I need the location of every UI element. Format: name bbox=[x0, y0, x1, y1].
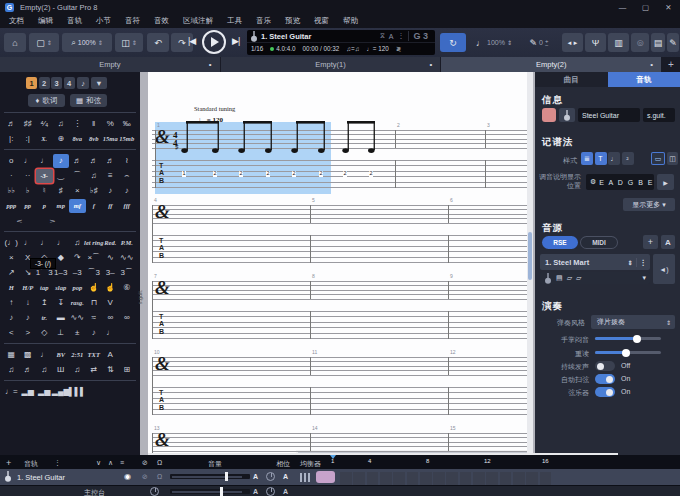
virtual-drums-button[interactable]: ⊚ bbox=[631, 33, 649, 52]
master-volume-slider[interactable] bbox=[170, 489, 250, 494]
let-ring-toggle[interactable] bbox=[595, 361, 615, 371]
palette-cell[interactable]: P.M. bbox=[119, 236, 136, 250]
palette-cell[interactable]: mp bbox=[53, 199, 70, 213]
palette-cell[interactable]: :| bbox=[20, 132, 37, 146]
palette-cell[interactable]: f bbox=[86, 199, 103, 213]
ruler-number[interactable]: 16 bbox=[542, 458, 549, 464]
palette-cell[interactable]: ⇄ bbox=[86, 363, 103, 377]
palette-cell[interactable]: A bbox=[102, 348, 119, 362]
barline[interactable] bbox=[310, 387, 311, 415]
palette-cell[interactable]: V bbox=[102, 296, 119, 310]
barline[interactable] bbox=[448, 205, 449, 223]
barline[interactable] bbox=[310, 205, 311, 223]
timeline-bar-block[interactable] bbox=[460, 472, 472, 485]
palette-cell[interactable]: ⊞ bbox=[119, 363, 136, 377]
tuning-dropdown[interactable]: ⚙E A D G B E bbox=[586, 174, 654, 190]
palette-cell[interactable]: H bbox=[3, 281, 20, 295]
home-button[interactable]: ⌂ bbox=[4, 33, 26, 52]
hourglass-icon[interactable]: ⧖ bbox=[380, 32, 385, 40]
palette-cell[interactable]: ∿ bbox=[102, 251, 119, 265]
barline[interactable] bbox=[395, 130, 396, 148]
timeline-bar-block[interactable] bbox=[420, 472, 432, 485]
palette-cell[interactable]: ⋮ bbox=[69, 117, 86, 131]
palette-cell[interactable]: ⑥ bbox=[119, 281, 136, 295]
screen-mode-dropdown[interactable]: ▢⇕ bbox=[29, 33, 59, 52]
palette-cell[interactable]: ◇ bbox=[36, 326, 53, 340]
timeline-bar-block[interactable] bbox=[340, 472, 352, 485]
palette-cell[interactable]: ≡ bbox=[102, 169, 119, 183]
palette-cell[interactable]: ⊕ bbox=[53, 132, 70, 146]
note-beam-group[interactable] bbox=[341, 121, 377, 155]
auto-strum-toggle[interactable] bbox=[595, 374, 615, 384]
timeline-bar-block[interactable] bbox=[393, 472, 405, 485]
palette-cell[interactable]: rasg. bbox=[69, 296, 86, 310]
palette-cell[interactable]: ♪ bbox=[20, 311, 37, 325]
palette-cell[interactable]: let ring bbox=[86, 236, 103, 250]
document-tab[interactable]: Empty(1)• bbox=[221, 57, 441, 72]
accent-slider[interactable] bbox=[595, 351, 661, 354]
collapse-icon[interactable]: ∨ bbox=[96, 459, 101, 467]
palette-cell[interactable]: ☝ bbox=[86, 281, 103, 295]
menu-item[interactable]: 视窗 bbox=[307, 16, 336, 26]
palette-cell[interactable]: ⌢ bbox=[119, 169, 136, 183]
barline[interactable] bbox=[310, 235, 311, 263]
lcd-menu-icon[interactable]: ⋮ bbox=[397, 32, 404, 40]
palette-cell[interactable]: ♫ bbox=[53, 117, 70, 131]
palette-cell[interactable]: ♩ bbox=[36, 348, 53, 362]
lyrics-button[interactable]: ♦歌词 bbox=[28, 94, 65, 107]
track-short-name-input[interactable]: s.guit. bbox=[643, 108, 675, 122]
track-pan-knob[interactable] bbox=[266, 472, 275, 481]
chords-button[interactable]: ▦和弦 bbox=[70, 94, 107, 107]
timeline-bar-block[interactable] bbox=[500, 472, 512, 485]
fret-number[interactable]: 2 bbox=[319, 171, 323, 177]
palette-cell[interactable]: TXT bbox=[86, 348, 103, 362]
palette-cell[interactable]: ♩ bbox=[36, 236, 53, 250]
palette-cell[interactable]: o bbox=[3, 154, 20, 168]
palette-cell[interactable]: ♪ bbox=[102, 184, 119, 198]
line-in-button[interactable]: ◄► bbox=[562, 33, 583, 52]
virtual-keyboard-button[interactable]: ▥ bbox=[608, 33, 629, 52]
palette-cell[interactable]: tr. bbox=[36, 311, 53, 325]
menu-item[interactable]: 音乐 bbox=[249, 16, 278, 26]
palette-cell[interactable]: ♬ bbox=[69, 154, 86, 168]
palette-cell[interactable]: (♩) bbox=[3, 236, 20, 250]
menu-item[interactable]: 音符 bbox=[118, 16, 147, 26]
palette-cell[interactable]: > bbox=[20, 326, 37, 340]
voice-3-button[interactable]: 3 bbox=[51, 77, 62, 89]
play-style-select[interactable]: 弹片拨奏⇕ bbox=[591, 315, 675, 329]
palette-cell[interactable]: ♩ bbox=[102, 326, 119, 340]
new-tab-button[interactable]: + bbox=[662, 57, 680, 72]
palette-cell[interactable]: ♫ bbox=[36, 363, 53, 377]
master-volume-automation[interactable]: A bbox=[253, 488, 258, 495]
close-button[interactable]: ✕ bbox=[657, 0, 680, 14]
strings-toggle[interactable] bbox=[595, 387, 615, 397]
palette-cell[interactable]: p bbox=[36, 199, 53, 213]
palette-cell[interactable] bbox=[102, 385, 119, 399]
palette-cell[interactable]: 15mb bbox=[119, 132, 136, 146]
timeline-bar-block[interactable] bbox=[353, 472, 365, 485]
palette-cell[interactable]: ☝ bbox=[102, 281, 119, 295]
track-color-swatch[interactable] bbox=[542, 108, 556, 122]
timeline-bar-block[interactable] bbox=[446, 472, 458, 485]
tuning-a-icon[interactable]: A bbox=[389, 33, 394, 40]
play-button[interactable] bbox=[202, 30, 226, 54]
palette-cell[interactable]: ♩ bbox=[20, 236, 37, 250]
orientation-horizontal-button[interactable]: ▭ bbox=[651, 152, 665, 165]
palette-cell[interactable]: 2:51 bbox=[69, 348, 86, 362]
barline[interactable] bbox=[448, 433, 449, 451]
palette-cell[interactable]: BV bbox=[53, 348, 70, 362]
palette-cell[interactable]: ‿ bbox=[53, 169, 70, 183]
palette-cell[interactable]: ∿∿ bbox=[69, 311, 86, 325]
orientation-vertical-button[interactable]: ◫ bbox=[667, 152, 678, 165]
palette-cell[interactable]: ·· bbox=[20, 169, 37, 183]
instrument-icon-button[interactable] bbox=[559, 108, 575, 122]
palette-cell[interactable]: slap bbox=[53, 281, 70, 295]
palette-cell[interactable]: ♭ bbox=[20, 184, 37, 198]
master-pan-automation[interactable]: A bbox=[283, 488, 288, 495]
palette-cell[interactable]: ♩ bbox=[36, 154, 53, 168]
tuning-play-button[interactable]: ▶ bbox=[657, 174, 674, 190]
palette-cell[interactable]: Ш bbox=[53, 363, 70, 377]
tab-track[interactable]: 音轨 bbox=[608, 72, 680, 87]
palette-cell[interactable]: 3– bbox=[102, 266, 119, 280]
timeline-bar-block[interactable] bbox=[513, 472, 525, 485]
